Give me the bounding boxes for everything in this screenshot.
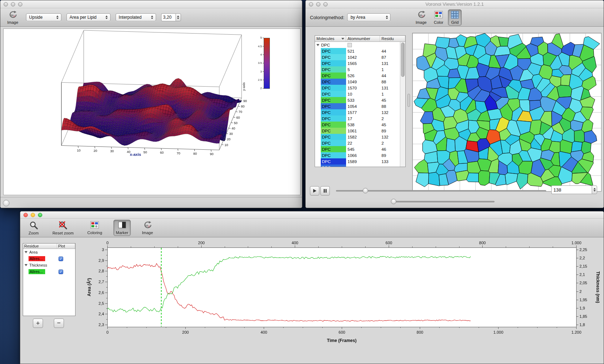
legend-group-label: Area (29, 250, 38, 254)
disclosure-triangle-icon[interactable] (25, 251, 27, 253)
molecule-row[interactable]: DPC53845 (315, 122, 400, 128)
coloring-method-select[interactable]: by Area (347, 13, 391, 21)
molecule-row[interactable]: DPC51 (315, 66, 400, 73)
maximize-button[interactable] (323, 2, 328, 6)
reset-zoom-button[interactable]: Reset zoom (50, 219, 76, 236)
molecule-row[interactable]: DPC105488 (315, 103, 400, 109)
column-header-atomnumber[interactable]: Atomnumber (346, 36, 380, 41)
grid-button[interactable]: Grid (448, 9, 462, 26)
residue-cell: 44 (380, 48, 400, 54)
coloring-button[interactable]: B Coloring (85, 220, 105, 236)
molecule-row[interactable]: DPC101 (315, 91, 400, 97)
molecule-row[interactable]: DPC106689 (315, 152, 400, 158)
color-button[interactable]: B Color (431, 9, 446, 26)
column-header-residue[interactable]: Residu (380, 36, 405, 41)
legend-column-plot[interactable]: Plot (57, 244, 75, 249)
frame-slider-thumb[interactable] (363, 188, 368, 193)
level-stepper[interactable] (176, 13, 181, 21)
maximize-button[interactable] (18, 2, 22, 6)
zoom-slider-track[interactable] (391, 201, 495, 202)
legend-item[interactable]: Allres...✓ (23, 255, 75, 262)
maximize-button[interactable] (38, 213, 42, 217)
residue-cell: 87 (380, 54, 400, 60)
molecule-row[interactable]: DPC172 (315, 115, 400, 122)
pause-button[interactable] (320, 186, 330, 196)
legend-column-residue[interactable]: Residue (23, 244, 57, 249)
timeseries-chart-canvas[interactable] (76, 240, 604, 348)
surface-titlebar[interactable] (0, 0, 302, 8)
molecule-row[interactable]: DPC1589133 (315, 158, 400, 165)
molecule-row[interactable]: DPC106189 (315, 128, 400, 134)
molecule-row[interactable]: DPC104988 (315, 79, 400, 85)
disclosure-triangle-icon[interactable] (316, 44, 319, 46)
molecule-row[interactable]: DPC1570131 (315, 85, 400, 91)
plot-checkbox[interactable]: ✓ (59, 256, 63, 261)
close-button[interactable] (23, 213, 28, 217)
play-button[interactable] (310, 186, 319, 196)
legend-column-label: Plot (58, 244, 65, 248)
molecule-row[interactable]: DPC52144 (315, 48, 400, 54)
residue-cell: 131 (380, 60, 400, 66)
image-button[interactable]: MG Image (139, 220, 156, 236)
plot-titlebar[interactable] (20, 211, 604, 219)
molecule-row[interactable]: DPC53345 (315, 97, 400, 103)
chevron-updown-icon (55, 16, 61, 19)
frame-input[interactable] (551, 185, 592, 194)
marker-button[interactable]: Marker (113, 220, 131, 236)
molecule-row[interactable]: DPC (315, 165, 400, 167)
frame-stepper[interactable] (592, 185, 597, 194)
group-checkbox[interactable] (348, 43, 352, 47)
vertical-scrollbar[interactable] (400, 42, 405, 167)
remove-series-button[interactable]: − (54, 319, 64, 328)
voronoi-diagram-canvas[interactable] (413, 33, 601, 191)
image-button[interactable]: MG Image (5, 9, 21, 26)
image-icon: MG (143, 221, 152, 230)
molecule-row[interactable]: DPC104287 (315, 54, 400, 60)
orientation-select[interactable]: Upside (26, 13, 61, 21)
svg-text:B: B (439, 14, 441, 18)
plot-checkbox[interactable]: ✓ (59, 269, 63, 274)
zoom-button[interactable]: Zoom (26, 219, 41, 236)
traffic-lights (4, 2, 22, 6)
molecule-row[interactable]: DPC222 (315, 140, 400, 146)
level-input[interactable] (161, 13, 176, 21)
molecule-group-row[interactable]: DPC (315, 42, 400, 48)
property-select[interactable]: Area per Lipid (66, 13, 111, 21)
minimize-button[interactable] (11, 2, 15, 6)
molecule-row[interactable]: DPC54546 (315, 146, 400, 152)
desktop: MG Image Upside Area per Lipid Interpola… (0, 0, 604, 364)
legend-group[interactable]: Thickness (23, 262, 75, 268)
series-color-label[interactable]: Allres... (29, 256, 45, 261)
coloring-method-value: by Area (350, 15, 384, 20)
disclosure-triangle-icon[interactable] (25, 264, 27, 266)
minimize-button[interactable] (31, 213, 35, 217)
marker-icon (118, 221, 126, 230)
scrollbar-knob[interactable] (3, 200, 9, 206)
splitter-handle[interactable] (407, 94, 410, 107)
molecule-row[interactable]: DPC1577132 (315, 109, 400, 115)
zoom-button-label: Zoom (29, 231, 39, 235)
add-series-button[interactable]: + (33, 319, 43, 328)
zoom-slider-thumb[interactable] (391, 199, 396, 204)
image-button[interactable]: MG Image (413, 9, 429, 26)
grid-button-label: Grid (451, 20, 459, 25)
atomnumber-cell: 1054 (346, 103, 380, 109)
molecule-color-cell: DPC (321, 73, 346, 79)
legend-group[interactable]: Area (23, 249, 75, 255)
column-header-molecules[interactable]: Molecules (315, 36, 346, 41)
scrollbar-thumb[interactable] (401, 43, 405, 77)
close-button[interactable] (309, 2, 313, 6)
marker-button-label: Marker (116, 231, 128, 235)
coloring-icon: B (90, 221, 99, 230)
interpolation-select[interactable]: Interpolated (116, 13, 156, 21)
molecule-row[interactable]: DPC1582132 (315, 134, 400, 140)
close-button[interactable] (4, 2, 8, 6)
molecule-row[interactable]: DPC1565131 (315, 60, 400, 66)
legend-item[interactable]: Allres...✓ (23, 268, 75, 275)
voronoi-titlebar[interactable]: Voronoi Views:Version 1.2.1 (306, 0, 604, 8)
series-color-label[interactable]: Allres... (29, 269, 45, 274)
voronoi-plot-panel (412, 33, 601, 192)
horizontal-scrollbar[interactable] (0, 197, 302, 208)
molecule-row[interactable]: DPC52644 (315, 73, 400, 79)
minimize-button[interactable] (316, 2, 320, 6)
